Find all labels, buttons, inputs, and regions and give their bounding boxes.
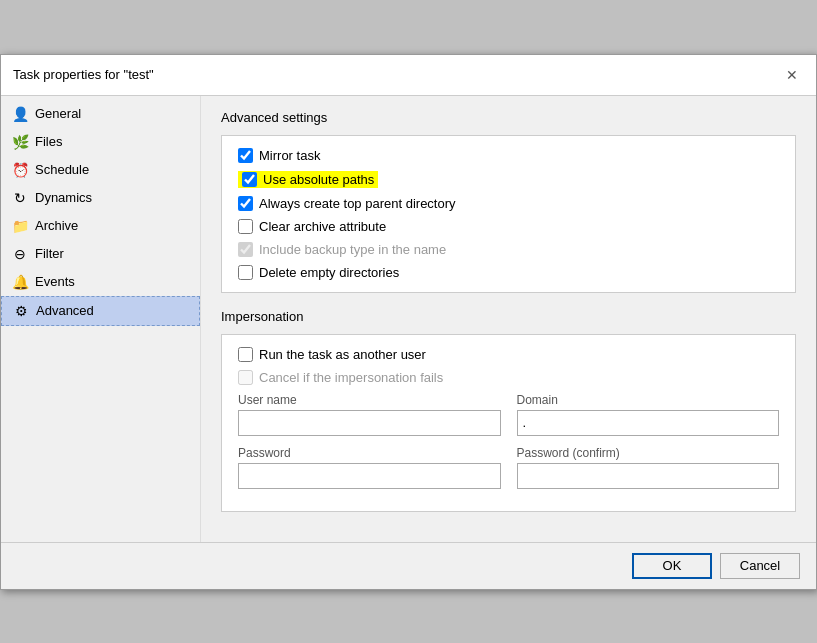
sidebar-item-general[interactable]: 👤 General [1, 100, 200, 128]
field-input-username[interactable] [238, 410, 501, 436]
field-group-0: User nameDomain [238, 393, 779, 436]
sidebar-label-advanced: Advanced [36, 303, 94, 318]
sidebar-label-archive: Archive [35, 218, 78, 233]
cancel-button[interactable]: Cancel [720, 553, 800, 579]
impersonation-label: Impersonation [221, 309, 796, 324]
imp-checkbox-row-run_as_another_user: Run the task as another user [238, 347, 779, 362]
imp-checkbox-label-run_as_another_user: Run the task as another user [259, 347, 426, 362]
checkbox-row-clear_archive: Clear archive attribute [238, 219, 779, 234]
sidebar-item-dynamics[interactable]: ↻ Dynamics [1, 184, 200, 212]
field-input-password_confirm[interactable] [517, 463, 780, 489]
imp-checkbox-cancel_if_fails [238, 370, 253, 385]
sidebar-item-schedule[interactable]: ⏰ Schedule [1, 156, 200, 184]
impersonation-section: Run the task as another userCancel if th… [221, 334, 796, 512]
checkbox-row-mirror_task: Mirror task [238, 148, 779, 163]
dialog-title: Task properties for "test" [13, 67, 154, 82]
sidebar-item-filter[interactable]: ⊖ Filter [1, 240, 200, 268]
checkbox-row-use_absolute_paths: Use absolute paths [238, 171, 779, 188]
checkbox-row-always_create_top_parent: Always create top parent directory [238, 196, 779, 211]
imp-checkbox-run_as_another_user[interactable] [238, 347, 253, 362]
dynamics-icon: ↻ [11, 189, 29, 207]
checkbox-include_backup_type [238, 242, 253, 257]
close-button[interactable]: ✕ [780, 63, 804, 87]
highlighted-wrapper-use_absolute_paths: Use absolute paths [238, 171, 378, 188]
sidebar-label-schedule: Schedule [35, 162, 89, 177]
sidebar-label-events: Events [35, 274, 75, 289]
field-label-username: User name [238, 393, 501, 407]
cancel-label: Cancel [740, 558, 780, 573]
field-col-username: User name [238, 393, 501, 436]
schedule-icon: ⏰ [11, 161, 29, 179]
sidebar-item-files[interactable]: 🌿 Files [1, 128, 200, 156]
events-icon: 🔔 [11, 273, 29, 291]
dialog-footer: OK Cancel [1, 542, 816, 589]
field-input-domain[interactable] [517, 410, 780, 436]
imp-checkbox-label-cancel_if_fails: Cancel if the impersonation fails [259, 370, 443, 385]
ok-label: OK [663, 558, 682, 573]
sidebar-item-archive[interactable]: 📁 Archive [1, 212, 200, 240]
field-col-password_confirm: Password (confirm) [517, 446, 780, 489]
checkbox-clear_archive[interactable] [238, 219, 253, 234]
checkbox-mirror_task[interactable] [238, 148, 253, 163]
sidebar: 👤 General 🌿 Files ⏰ Schedule ↻ Dynamics … [1, 96, 201, 542]
sidebar-label-general: General [35, 106, 81, 121]
dialog-body: 👤 General 🌿 Files ⏰ Schedule ↻ Dynamics … [1, 96, 816, 542]
field-label-password_confirm: Password (confirm) [517, 446, 780, 460]
field-label-domain: Domain [517, 393, 780, 407]
field-input-password[interactable] [238, 463, 501, 489]
filter-icon: ⊖ [11, 245, 29, 263]
checkbox-row-delete_empty_dirs: Delete empty directories [238, 265, 779, 280]
field-col-password: Password [238, 446, 501, 489]
files-icon: 🌿 [11, 133, 29, 151]
checkbox-label-clear_archive: Clear archive attribute [259, 219, 386, 234]
sidebar-label-files: Files [35, 134, 62, 149]
advanced-icon: ⚙ [12, 302, 30, 320]
title-bar: Task properties for "test" ✕ [1, 55, 816, 96]
task-properties-dialog: Task properties for "test" ✕ 👤 General 🌿… [0, 54, 817, 590]
checkbox-label-delete_empty_dirs: Delete empty directories [259, 265, 399, 280]
imp-checkbox-row-cancel_if_fails: Cancel if the impersonation fails [238, 370, 779, 385]
sidebar-item-events[interactable]: 🔔 Events [1, 268, 200, 296]
sidebar-label-filter: Filter [35, 246, 64, 261]
checkbox-always_create_top_parent[interactable] [238, 196, 253, 211]
checkbox-label-include_backup_type: Include backup type in the name [259, 242, 446, 257]
sidebar-item-advanced[interactable]: ⚙ Advanced [1, 296, 200, 326]
main-content: Advanced settings Mirror taskUse absolut… [201, 96, 816, 542]
checkbox-use_absolute_paths[interactable] [242, 172, 257, 187]
checkbox-row-include_backup_type: Include backup type in the name [238, 242, 779, 257]
checkbox-label-mirror_task: Mirror task [259, 148, 320, 163]
archive-icon: 📁 [11, 217, 29, 235]
ok-button[interactable]: OK [632, 553, 712, 579]
advanced-settings-label: Advanced settings [221, 110, 796, 125]
sidebar-label-dynamics: Dynamics [35, 190, 92, 205]
field-label-password: Password [238, 446, 501, 460]
general-icon: 👤 [11, 105, 29, 123]
checkbox-delete_empty_dirs[interactable] [238, 265, 253, 280]
advanced-settings-section: Mirror taskUse absolute pathsAlways crea… [221, 135, 796, 293]
checkbox-label-always_create_top_parent: Always create top parent directory [259, 196, 456, 211]
checkbox-label-use_absolute_paths: Use absolute paths [263, 172, 374, 187]
field-col-domain: Domain [517, 393, 780, 436]
field-group-1: PasswordPassword (confirm) [238, 446, 779, 489]
